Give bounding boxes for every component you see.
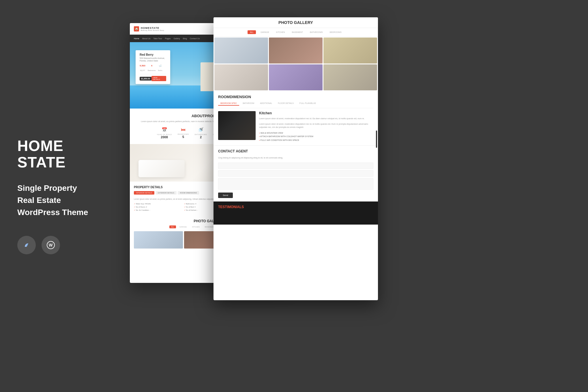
back-gallery-title: PHOTO GALLERY (218, 20, 373, 25)
detail-rooms: No of Room: 2 (134, 206, 183, 208)
tab-exterior[interactable]: EXTERIOR DETAILS (156, 191, 177, 195)
contact-email-field[interactable] (218, 170, 373, 177)
bed-icon: 🛏 (178, 127, 189, 132)
left-panel: HOME STATE Single Property Real Estate W… (0, 0, 127, 392)
front-logo: 🏠 HOMESTATE Making Real Estate Easy (134, 26, 164, 31)
nav-blog[interactable]: Blog (183, 38, 187, 40)
bgtab-kitchen[interactable]: KITCHEN (274, 30, 287, 34)
detail-aircond: No. Air Condition: - (134, 209, 183, 211)
feature-2: ATTACH BATHROOM WITH COLD/HOT WATER SYST… (259, 135, 373, 139)
back-gimg-3[interactable] (323, 38, 377, 64)
back-gallery-tabs: ALL GARAGE KITCHEN BASEMENT BATHROOMS BE… (214, 28, 378, 37)
property-price: $1,850.00 (140, 77, 151, 81)
subtitle-line3: WordPress Theme (17, 206, 110, 219)
wordpress-icon[interactable]: W (42, 236, 60, 254)
back-gimg-6[interactable] (323, 64, 377, 90)
property-stats: 9,560 SQ.FT 4 Bedrooms 🛁 Baths (140, 64, 166, 74)
svg-text:W: W (49, 243, 53, 247)
nav-home[interactable]: Home (134, 38, 139, 40)
screenshots-area: 🏠 HOMESTATE Making Real Estate Easy 539.… (127, 0, 588, 392)
stat-bedrooms: 🛏 BEDROOMS 5 (178, 127, 189, 139)
bgtab-basement[interactable]: BASEMENT (290, 30, 306, 34)
nav-gallery[interactable]: Gallery (174, 38, 180, 40)
contact-title: CONTACT AGENT (218, 149, 373, 153)
calendar-icon: 📅 (157, 127, 172, 132)
subtitle-line2: Real Estate (17, 194, 110, 206)
bgtab-garage[interactable]: GARAGE (258, 30, 271, 34)
logo-icon: 🏠 (134, 26, 139, 31)
back-screenshot: PHOTO GALLERY ALL GARAGE KITCHEN BASEMEN… (214, 17, 378, 300)
rtab-floor[interactable]: FLOOR DETAILS (276, 101, 296, 106)
scrollbar[interactable] (376, 130, 377, 148)
main-title: HOME STATE (17, 138, 110, 171)
feature-1: SEA & MOUNTAIN VIEW (259, 131, 373, 135)
room-name: Kitchen (259, 111, 373, 115)
room-features: SEA & MOUNTAIN VIEW ATTACH BATHROOM WITH… (259, 131, 373, 142)
gallery-img-1[interactable] (134, 231, 183, 249)
stat-bedrooms: 4 Bedrooms (148, 64, 156, 72)
back-gimg-2[interactable] (269, 38, 323, 64)
room-info: Kitchen Lorem ipsum dolor sit amet, mode… (259, 111, 373, 142)
stat-year: 📅 YEAR OF BUILD 2008 (157, 127, 172, 139)
room-content: Kitchen Lorem ipsum dolor sit amet, mode… (218, 111, 373, 142)
back-gimg-4[interactable] (214, 64, 268, 90)
themeforest-icon[interactable] (17, 236, 36, 254)
logo-tagline: Making Real Estate Easy (141, 29, 164, 31)
contact-name-field[interactable] (218, 163, 373, 169)
nav-pages[interactable]: Pages (165, 38, 171, 40)
rtab-plan[interactable]: FULL PLAN/BLUE (297, 101, 318, 106)
back-gimg-5[interactable] (269, 64, 323, 90)
gtab-kitchen[interactable]: KITCHEN (190, 225, 201, 228)
bgtab-bathrooms[interactable]: BATHROOMS (308, 30, 325, 34)
tab-interior[interactable]: INTERIOR DETAILS (134, 191, 154, 195)
room-desc-2: Lorem ipsum dolor sit amet, moderation d… (259, 122, 373, 129)
bgtab-all[interactable]: ALL (248, 30, 256, 34)
room-photo (218, 111, 256, 140)
rtab-bedroom[interactable]: BEDROOM SPEC (218, 101, 239, 106)
back-gimg-1[interactable] (214, 38, 268, 64)
bgtab-bedrooms[interactable]: BEDROOMS (327, 30, 344, 34)
nav-about[interactable]: About Us (142, 38, 151, 40)
bath-icon: 🚿 (195, 127, 207, 132)
brand-icons: W (17, 236, 110, 254)
feature-3: FULLY AIR CONDITION WITH BIG SPACE (259, 139, 373, 142)
tab-room-dim[interactable]: ROOM DIMENSIONS (178, 191, 199, 195)
nav-contact[interactable]: Contact Us (190, 38, 200, 40)
subtitle-line1: Single Property (17, 182, 110, 194)
room-desc: Lorem ipsum dolor sit amet, moderation d… (259, 117, 373, 120)
property-name: Red Berry (140, 53, 166, 56)
property-card: Red Berry 509 Massachusetts Avenue, Flor… (136, 50, 170, 84)
nav-tour[interactable]: Take Tour (153, 38, 162, 40)
logo-text: HOMESTATE (141, 27, 164, 29)
room-dimension-section: ROOMDIMENSION BEDROOM SPEC BATHROOM ADDI… (214, 91, 378, 145)
contact-description: Cing linking te adipiscing eti Adipiscin… (218, 156, 373, 159)
subtitle-block: Single Property Real Estate WordPress Th… (17, 182, 110, 219)
back-gallery-grid (214, 37, 378, 91)
gtab-all[interactable]: ALL (169, 225, 176, 228)
gtab-garage[interactable]: GARAGE (178, 225, 189, 228)
testimonials-section: TESTIMONIALS (214, 201, 378, 225)
room-dim-title: ROOMDIMENSION (218, 95, 373, 99)
view-details-button[interactable]: VIEW DETAILS (151, 76, 166, 81)
detail-water: Water Sup: FROZE (134, 203, 183, 205)
room-tabs: BEDROOM SPEC BATHROOM ADDITIONAL FLOOR D… (218, 101, 373, 108)
contact-section: CONTACT AGENT Cing linking te adipiscing… (214, 145, 378, 201)
contact-message-field[interactable] (218, 178, 373, 190)
contact-submit-button[interactable]: Send (218, 193, 233, 198)
back-gallery-header: PHOTO GALLERY (214, 17, 378, 28)
property-address: 509 Massachusetts Avenue, Florida, Unite… (140, 57, 166, 62)
testimonials-title: TESTIMONIALS (218, 205, 373, 209)
stat-bath: 🛁 Baths (158, 64, 162, 72)
rtab-additional[interactable]: ADDITIONAL (258, 101, 274, 106)
stat-area: 9,560 SQ.FT (140, 64, 145, 72)
rtab-bathroom[interactable]: BATHROOM (240, 101, 256, 106)
sofa-shape (138, 160, 185, 177)
stat-bathrooms: 🚿 BATHROOMS 2 (195, 127, 207, 139)
property-actions: $1,850.00 VIEW DETAILS (140, 76, 166, 81)
